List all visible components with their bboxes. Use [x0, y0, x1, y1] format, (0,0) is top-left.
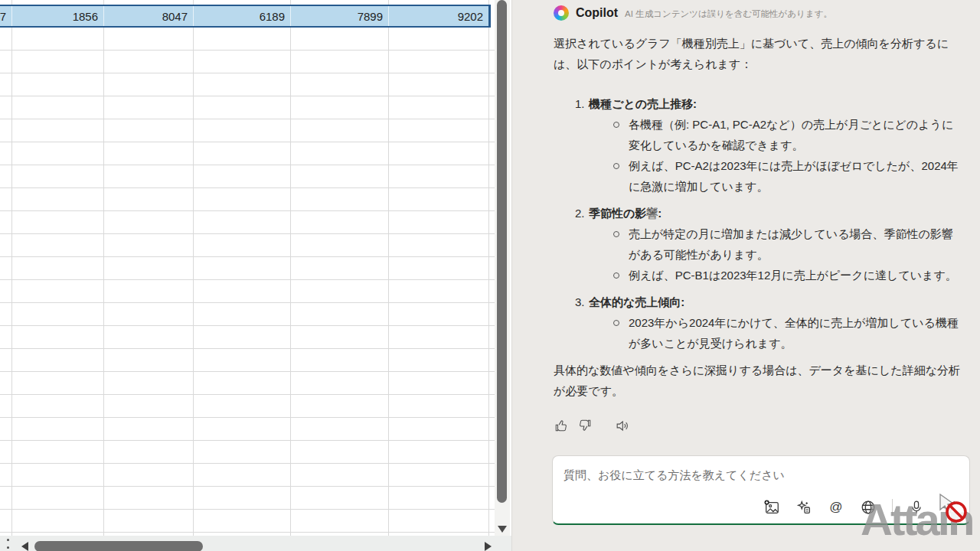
message-closing: 具体的な数値や傾向をさらに深掘りする場合は、データを基にした詳細な分析が必要です… — [554, 360, 963, 401]
scroll-left-arrow-icon[interactable] — [21, 542, 28, 551]
microphone-icon[interactable] — [908, 499, 925, 516]
cell[interactable]: 8047 — [103, 6, 193, 26]
copilot-header: Copilot AI 生成コンテンツは誤りを含む可能性があります。 — [512, 0, 980, 21]
bullet-text: 2023年から2024年にかけて、全体的に売上が増加している機種が多いことが見受… — [629, 312, 963, 354]
toolbar-divider — [892, 499, 893, 516]
point-number: 2. — [575, 203, 589, 223]
mention-icon[interactable]: @ — [828, 499, 844, 516]
point-heading: 機種ごとの売上推移: — [589, 93, 697, 114]
input-toolbar: @ — [763, 499, 957, 516]
cell[interactable]: 6189 — [193, 6, 290, 26]
grid-row-lines — [0, 28, 495, 536]
copilot-title: Copilot — [576, 6, 618, 20]
bullet-text: 各機種（例: PC-A1, PC-A2など）の売上が月ごとにどのように変化してい… — [629, 114, 963, 155]
read-aloud-button[interactable] — [614, 418, 629, 433]
bullet-marker — [612, 265, 629, 285]
copilot-pane: Copilot AI 生成コンテンツは誤りを含む可能性があります。 選択されてい… — [511, 0, 980, 551]
bullet-text: 例えば、PC-A2は2023年には売上がほぼゼロでしたが、2024年に急激に増加… — [629, 155, 963, 197]
cell[interactable]: 9202 — [388, 6, 488, 26]
point-item: 3. 全体的な売上傾向: 2023年から2024年にかけて、全体的に売上が増加し… — [554, 292, 963, 354]
sub-bullet: 2023年から2024年にかけて、全体的に売上が増加している機種が多いことが見受… — [612, 312, 963, 354]
add-image-icon[interactable] — [763, 499, 780, 516]
bullet-marker — [612, 223, 629, 265]
thumbs-down-button[interactable] — [577, 418, 593, 433]
bullet-marker — [612, 114, 629, 155]
horizontal-scrollbar-thumb[interactable] — [34, 541, 203, 551]
point-heading: 全体的な売上傾向: — [589, 292, 684, 312]
scroll-right-arrow-icon[interactable] — [485, 542, 492, 551]
web-globe-icon[interactable] — [860, 499, 877, 516]
vertical-scrollbar-thumb[interactable] — [497, 0, 507, 503]
cell[interactable]: 1856 — [11, 6, 103, 26]
sub-bullet: 売上が特定の月に増加または減少している場合、季節性の影響がある可能性があります。 — [612, 223, 963, 265]
bullet-marker — [612, 155, 629, 197]
assistant-message: 選択されているグラフ「機種別売上」に基づいて、売上の傾向を分析するには、以下のポ… — [512, 21, 980, 401]
point-item: 1. 機種ごとの売上推移: 各機種（例: PC-A1, PC-A2など）の売上が… — [554, 93, 963, 197]
bullet-text: 売上が特定の月に増加または減少している場合、季節性の影響がある可能性があります。 — [629, 223, 963, 265]
cell[interactable]: 7899 — [290, 6, 388, 26]
cell[interactable]: 37 — [0, 6, 11, 26]
screen: 37 1856 8047 6189 7899 9202 Copilot AI 生… — [0, 0, 980, 551]
feedback-bar — [512, 401, 980, 433]
spreadsheet-pane: 37 1856 8047 6189 7899 9202 — [0, 0, 511, 551]
point-number: 3. — [575, 292, 589, 312]
chat-input[interactable] — [564, 464, 885, 485]
sheet-tab-dots — [7, 539, 9, 551]
prompt-sparkle-icon[interactable] — [795, 499, 812, 516]
vertical-scrollbar[interactable] — [495, 0, 510, 536]
point-number: 1. — [575, 93, 589, 114]
sub-bullet: 例えば、PC-B1は2023年12月に売上がピークに達しています。 — [612, 265, 963, 285]
selected-range-row[interactable]: 37 1856 8047 6189 7899 9202 — [0, 5, 491, 28]
thumbs-up-button[interactable] — [554, 418, 569, 433]
message-points: 1. 機種ごとの売上推移: 各機種（例: PC-A1, PC-A2など）の売上が… — [554, 93, 963, 354]
message-intro: 選択されているグラフ「機種別売上」に基づいて、売上の傾向を分析するには、以下のポ… — [554, 33, 963, 74]
bullet-text: 例えば、PC-B1は2023年12月に売上がピークに達しています。 — [629, 265, 963, 285]
sub-bullet: 例えば、PC-A2は2023年には売上がほぼゼロでしたが、2024年に急激に増加… — [612, 155, 963, 197]
copilot-logo-icon — [554, 5, 569, 21]
ai-disclaimer: AI 生成コンテンツは誤りを含む可能性があります。 — [625, 8, 832, 20]
sub-bullet: 各機種（例: PC-A1, PC-A2など）の売上が月ごとにどのように変化してい… — [612, 114, 963, 155]
horizontal-scrollbar-area — [0, 536, 511, 551]
send-button[interactable] — [940, 499, 957, 516]
point-item: 2. 季節性の影響: 売上が特定の月に増加または減少している場合、季節性の影響が… — [554, 203, 963, 285]
chat-input-card: @ — [552, 455, 970, 525]
point-heading: 季節性の影響: — [589, 203, 662, 223]
scroll-down-arrow-icon[interactable] — [498, 526, 507, 533]
bullet-marker — [612, 312, 629, 354]
